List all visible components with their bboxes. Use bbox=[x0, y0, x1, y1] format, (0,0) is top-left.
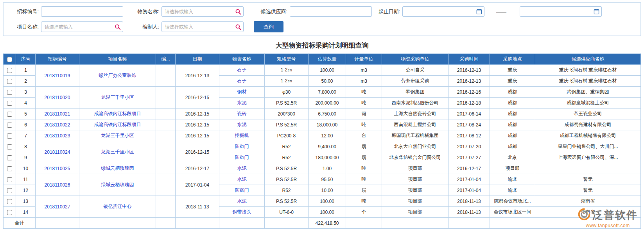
bid-no-link[interactable]: 2018110027 bbox=[45, 204, 70, 210]
material-name-input[interactable] bbox=[161, 6, 244, 17]
table-row-10: 102018110025绿城云栖玫瑰园2016-12-17水泥P.S 52.5R… bbox=[4, 163, 641, 174]
row-checkbox[interactable] bbox=[7, 123, 12, 128]
purchase-time-cell: 2018-11-13 bbox=[448, 207, 490, 218]
column-header-12: 候选供应商名称 bbox=[535, 54, 641, 65]
project-cell: 绿城云栖玫瑰园 bbox=[79, 174, 156, 196]
project-link[interactable]: 龙湖三千里小区 bbox=[101, 94, 134, 100]
bid-no-input-wrap bbox=[41, 6, 123, 17]
project-cell: 成渝高铁内江标段项目 bbox=[79, 108, 156, 119]
unit-cell: 台 bbox=[346, 130, 382, 141]
search-icon[interactable] bbox=[115, 24, 121, 30]
row-checkbox[interactable] bbox=[7, 112, 12, 117]
spec-cell: R52 bbox=[265, 152, 309, 163]
row-checkbox[interactable] bbox=[7, 133, 12, 139]
material-cell: 钢材 bbox=[219, 87, 265, 98]
material-link[interactable]: 水泥 bbox=[237, 122, 247, 127]
project-link[interactable]: 银亿滨江中心 bbox=[104, 204, 132, 209]
bid-no-link[interactable]: 2018110022 bbox=[45, 122, 70, 128]
row-checkbox[interactable] bbox=[7, 199, 12, 204]
purchase-unit-cell: 项目部 bbox=[382, 207, 448, 218]
seq-cell: 4 bbox=[16, 98, 36, 108]
row-checkbox[interactable] bbox=[7, 166, 12, 171]
search-icon[interactable] bbox=[235, 9, 241, 15]
qty-cell: 100.00 bbox=[309, 65, 346, 76]
date-end-wrap bbox=[520, 6, 602, 17]
select-all-checkbox[interactable] bbox=[7, 57, 12, 62]
row-checkbox-cell bbox=[4, 130, 16, 141]
bid-no-link[interactable]: 2018110019 bbox=[45, 73, 70, 78]
project-link[interactable]: 成渝高铁内江标段项目 bbox=[94, 111, 141, 116]
purchase-unit-cell: 项目部 bbox=[382, 163, 448, 174]
material-link[interactable]: 水泥 bbox=[237, 165, 247, 171]
row-checkbox[interactable] bbox=[7, 188, 12, 193]
compiler-label: 编制人: bbox=[134, 23, 159, 30]
bid-no-input[interactable] bbox=[41, 6, 123, 17]
suppliers-cell: 武钢集团、重钢集团 bbox=[535, 87, 641, 98]
row-checkbox[interactable] bbox=[7, 101, 12, 106]
project-link[interactable]: 绿城云栖玫瑰园 bbox=[101, 182, 134, 187]
spec-cell: P.S 52.5R bbox=[265, 174, 309, 185]
seq-cell: 2 bbox=[16, 76, 36, 87]
location-cell: 陈都会议市场北... bbox=[490, 196, 535, 207]
project-link[interactable]: 绿城云栖玫瑰园 bbox=[101, 165, 134, 171]
project-link[interactable]: 龙湖三千里小区 bbox=[101, 133, 134, 138]
purchase-time-cell: 2016-12-13 bbox=[448, 65, 490, 76]
row-checkbox-cell bbox=[4, 76, 16, 87]
location-cell: 成都 bbox=[490, 130, 535, 141]
material-link[interactable]: 钢材 bbox=[237, 89, 247, 94]
project-name-input[interactable] bbox=[41, 21, 123, 32]
project-link[interactable]: 螺丝厂办公室装饰 bbox=[99, 73, 136, 78]
material-link[interactable]: 防盗门 bbox=[235, 155, 249, 160]
material-link[interactable]: 防盗门 bbox=[235, 187, 249, 193]
project-link[interactable]: 龙湖三千里小区 bbox=[101, 149, 134, 155]
material-link[interactable]: 水泥 bbox=[237, 198, 247, 204]
material-link[interactable]: 石子 bbox=[237, 67, 247, 73]
supplier-input[interactable] bbox=[290, 6, 372, 17]
table-row-3: 32018110020龙湖三千里小区2016-12-15钢材φ307,800.0… bbox=[4, 87, 641, 98]
row-checkbox[interactable] bbox=[7, 155, 12, 160]
date-cell: 2016-12-15 bbox=[176, 87, 219, 108]
bid-no-link[interactable]: 2018110023 bbox=[45, 133, 70, 139]
bid-no-link[interactable]: 2018110025 bbox=[45, 166, 70, 171]
compiler-cell bbox=[156, 174, 176, 196]
date-start-input[interactable] bbox=[402, 6, 484, 17]
material-link[interactable]: 防盗门 bbox=[235, 144, 249, 149]
total-empty-cell bbox=[219, 218, 265, 229]
bid-no-link[interactable]: 2018110021 bbox=[45, 111, 70, 117]
calendar-icon[interactable] bbox=[476, 9, 482, 15]
material-link[interactable]: 挖掘机 bbox=[235, 133, 249, 138]
search-icon[interactable] bbox=[235, 24, 241, 30]
material-link[interactable]: 铜带接头 bbox=[233, 209, 251, 215]
seq-cell: 12 bbox=[16, 185, 36, 196]
unit-cell: m3 bbox=[346, 65, 382, 76]
date-end-input[interactable] bbox=[520, 6, 602, 17]
date-cell: 2016-12-17 bbox=[176, 163, 219, 174]
material-link[interactable]: 水泥 bbox=[237, 100, 247, 105]
unit-cell: 吨 bbox=[346, 119, 382, 130]
project-cell: 龙湖三千里小区 bbox=[79, 87, 156, 108]
bid-no-link[interactable]: 2018110020 bbox=[45, 95, 70, 100]
bid-no-link[interactable]: 2018110024 bbox=[45, 149, 70, 155]
row-checkbox[interactable] bbox=[7, 177, 12, 182]
row-checkbox[interactable] bbox=[7, 68, 12, 73]
row-checkbox[interactable] bbox=[7, 210, 12, 215]
row-checkbox[interactable] bbox=[7, 90, 12, 95]
location-cell: 重庆 bbox=[490, 76, 535, 87]
calendar-icon[interactable] bbox=[593, 9, 599, 15]
column-header-7: 估算数量 bbox=[309, 54, 346, 65]
material-link[interactable]: 水泥 bbox=[237, 176, 247, 182]
row-checkbox[interactable] bbox=[7, 144, 12, 149]
material-link[interactable]: 瓷砖 bbox=[237, 111, 247, 116]
project-link[interactable]: 成渝高铁内江标段项目 bbox=[94, 122, 141, 127]
spec-cell: φ30 bbox=[265, 87, 309, 98]
row-checkbox[interactable] bbox=[7, 79, 12, 84]
bid-no-link[interactable]: 2018110026 bbox=[45, 182, 70, 188]
query-button[interactable]: 查询 bbox=[254, 21, 283, 32]
compiler-cell bbox=[156, 163, 176, 174]
material-cell: 防盗门 bbox=[219, 185, 265, 196]
suppliers-cell: 重庆飞翔石材 重庆绯红石材 bbox=[535, 76, 641, 87]
bid-no-cell: 2018110023 bbox=[36, 130, 79, 141]
purchase-unit-cell: 攀钢集团 bbox=[382, 87, 448, 98]
material-link[interactable]: 石子 bbox=[237, 78, 247, 84]
compiler-input[interactable] bbox=[161, 21, 244, 32]
